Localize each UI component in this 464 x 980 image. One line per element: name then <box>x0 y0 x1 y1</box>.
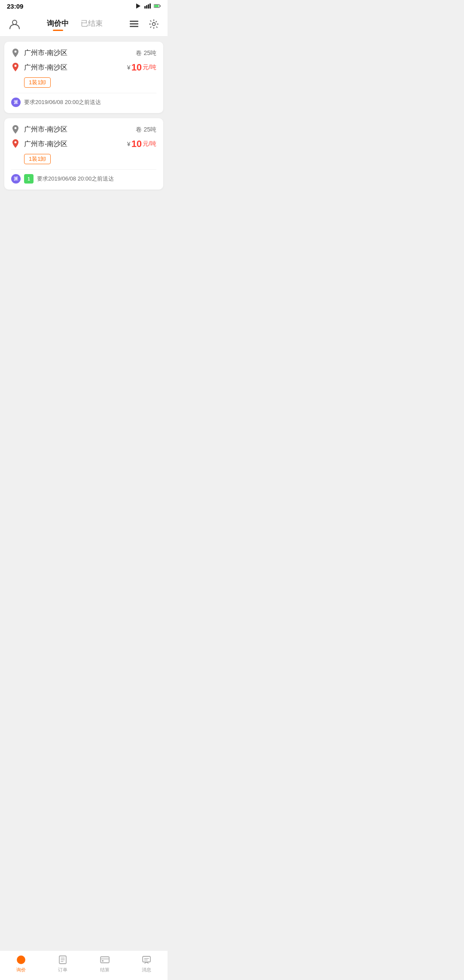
badge-count: 1 <box>27 177 30 181</box>
top-nav: 询价中 已结束 <box>0 12 168 37</box>
cargo-info-1: 卷 25吨 <box>136 49 156 57</box>
tag-row-2: 1装1卸 <box>24 154 156 164</box>
svg-rect-10 <box>130 23 138 24</box>
settings-button[interactable] <box>147 17 161 31</box>
origin-name-2: 广州市-南沙区 <box>24 125 136 134</box>
svg-point-12 <box>153 23 156 26</box>
delivery-row-2: 派 1 要求2019/06/08 20:00之前送达 <box>11 174 156 184</box>
price-unit-2: 元/吨 <box>143 140 156 148</box>
battery-icon <box>154 3 161 9</box>
inquiry-card-1[interactable]: 广州市-南沙区 卷 25吨 广州市-南沙区 ¥ 10 元/吨 1装1 <box>4 42 163 113</box>
destination-row-2: 广州市-南沙区 ¥ 10 元/吨 <box>11 139 156 149</box>
nav-right-icons <box>127 17 161 31</box>
destination-name-2: 广州市-南沙区 <box>24 140 127 149</box>
svg-rect-1 <box>144 6 146 9</box>
load-unload-tag-2: 1装1卸 <box>24 154 51 164</box>
price-amount-2: 10 <box>131 139 142 149</box>
tab-ended[interactable]: 已结束 <box>81 18 103 30</box>
price-symbol-1: ¥ <box>127 64 131 71</box>
delivery-text-1: 要求2019/06/08 20:00之前送达 <box>24 98 101 106</box>
svg-point-15 <box>15 127 17 129</box>
destination-name-1: 广州市-南沙区 <box>24 63 127 72</box>
svg-marker-0 <box>136 3 140 9</box>
divider-2 <box>11 169 156 170</box>
svg-rect-3 <box>148 4 149 9</box>
tag-row-1: 1装1卸 <box>24 77 156 88</box>
cargo-info-2: 卷 25吨 <box>136 126 156 134</box>
svg-rect-2 <box>146 5 147 9</box>
status-bar: 23:09 <box>0 0 168 12</box>
main-content: 广州市-南沙区 卷 25吨 广州市-南沙区 ¥ 10 元/吨 1装1 <box>0 37 168 195</box>
svg-point-13 <box>15 50 17 52</box>
origin-row-2: 广州市-南沙区 卷 25吨 <box>11 125 156 134</box>
play-status-icon <box>135 3 142 9</box>
price-row-2: ¥ 10 元/吨 <box>127 139 156 149</box>
delivery-row-1: 派 要求2019/06/08 20:00之前送达 <box>11 98 156 107</box>
profile-button[interactable] <box>7 16 22 32</box>
nav-tabs: 询价中 已结束 <box>22 18 127 30</box>
svg-point-16 <box>15 141 17 144</box>
status-icons <box>135 3 161 9</box>
svg-point-14 <box>15 65 17 67</box>
destination-row-1: 广州市-南沙区 ¥ 10 元/吨 <box>11 63 156 72</box>
origin-name-1: 广州市-南沙区 <box>24 49 136 58</box>
inquiry-card-2[interactable]: 广州市-南沙区 卷 25吨 广州市-南沙区 ¥ 10 元/吨 1装1 <box>4 118 163 190</box>
price-row-1: ¥ 10 元/吨 <box>127 63 156 72</box>
signal-icon <box>144 3 151 9</box>
svg-rect-7 <box>154 5 159 7</box>
price-symbol-2: ¥ <box>127 141 131 147</box>
status-time: 23:09 <box>7 3 23 10</box>
svg-point-8 <box>12 20 17 24</box>
svg-rect-4 <box>150 3 151 9</box>
svg-rect-9 <box>130 21 138 22</box>
origin-pin-icon-2 <box>11 126 20 134</box>
destination-pin-icon-1 <box>11 63 20 72</box>
origin-row-1: 广州市-南沙区 卷 25吨 <box>11 49 156 58</box>
delivery-text-2: 要求2019/06/08 20:00之前送达 <box>37 175 114 183</box>
svg-rect-6 <box>160 6 160 7</box>
origin-pin-icon-1 <box>11 49 20 58</box>
svg-rect-11 <box>130 26 138 27</box>
dispatch-icon-1: 派 <box>11 98 21 107</box>
dispatch-icon-2: 派 <box>11 174 21 184</box>
tab-inquiring[interactable]: 询价中 <box>47 18 69 30</box>
layers-button[interactable] <box>127 17 141 31</box>
price-amount-1: 10 <box>131 63 142 72</box>
load-unload-tag-1: 1装1卸 <box>24 77 51 88</box>
price-unit-1: 元/吨 <box>143 64 156 71</box>
destination-pin-icon-2 <box>11 140 20 148</box>
divider-1 <box>11 93 156 93</box>
badge-count-icon: 1 <box>24 174 34 184</box>
